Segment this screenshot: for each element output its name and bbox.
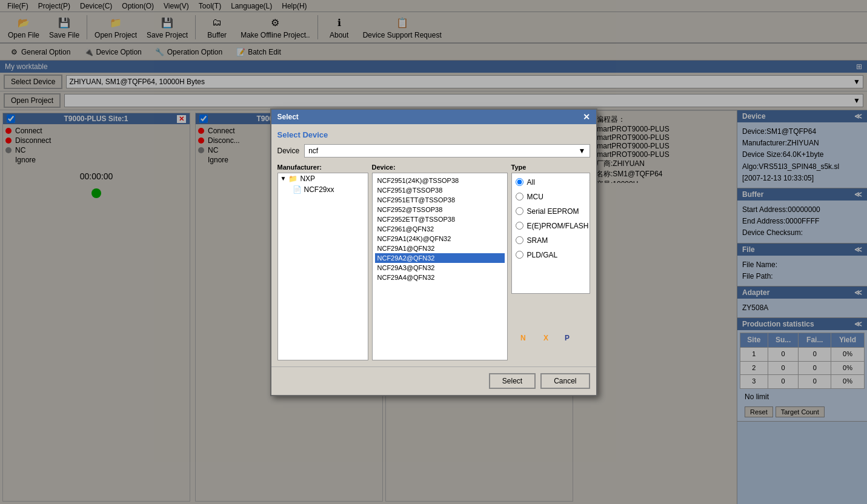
manufacturer-label: Manufacturer: xyxy=(277,164,368,171)
modal-device-dropdown-arrow[interactable]: ▼ xyxy=(579,147,586,155)
device-list[interactable]: NCF2951(24K)@TSSOP38 NCF2951@TSSOP38 NCF… xyxy=(372,173,508,360)
modal-overlay: Select ✕ Select Device Device ncf ▼ Manu… xyxy=(0,0,867,504)
device-NCF2961[interactable]: NCF2961@QFN32 xyxy=(375,224,505,234)
type-pld-gal-text: PLD/GAL xyxy=(527,251,558,259)
type-pld-gal-label[interactable]: PLD/GAL xyxy=(516,250,586,260)
ncf29xx-label: NCF29xx xyxy=(304,185,334,194)
type-eprom-flash-text: E(E)PROM/FLASH xyxy=(527,222,589,230)
type-all-radio[interactable] xyxy=(516,178,523,186)
device-NCF2951-24K[interactable]: NCF2951(24K)@TSSOP38 xyxy=(375,176,505,185)
device-NCF2952[interactable]: NCF2952@TSSOP38 xyxy=(375,205,505,214)
type-eprom-flash-radio[interactable] xyxy=(516,222,523,230)
modal-device-row: Device ncf ▼ xyxy=(277,144,590,158)
nxp-folder-icon: 📁 xyxy=(288,174,297,183)
modal-title: Select xyxy=(277,113,299,121)
modal-device-input[interactable]: ncf ▼ xyxy=(304,144,590,158)
manufacturer-tree[interactable]: ▼ 📁 NXP 📄 NCF29xx xyxy=(277,173,368,360)
nxp-n-letter: N xyxy=(520,334,526,342)
type-pld-gal-radio[interactable] xyxy=(516,251,523,259)
modal-body: Select Device Device ncf ▼ Manufacturer:… xyxy=(271,124,596,366)
type-all-label[interactable]: All xyxy=(516,177,586,188)
device-NCF2951ETT[interactable]: NCF2951ETT@TSSOP38 xyxy=(375,195,505,205)
modal-cancel-button[interactable]: Cancel xyxy=(540,373,590,389)
modal-select-button[interactable]: Select xyxy=(489,373,536,389)
device-NCF29A2[interactable]: NCF29A2@QFN32 xyxy=(375,253,505,263)
modal-panels: Manufacturer: ▼ 📁 NXP 📄 NCF29xx xyxy=(277,164,590,360)
nxp-logo-area: N X P xyxy=(511,300,590,360)
device-NCF2952ETT[interactable]: NCF2952ETT@TSSOP38 xyxy=(375,214,505,224)
type-mcu-label[interactable]: MCU xyxy=(516,191,586,202)
type-eprom-flash-label[interactable]: E(E)PROM/FLASH xyxy=(516,220,586,231)
type-panel: Type All MCU Serial EEPROM xyxy=(511,164,590,360)
device-NCF29A3[interactable]: NCF29A3@QFN32 xyxy=(375,263,505,273)
type-serial-eeprom-label[interactable]: Serial EEPROM xyxy=(516,206,586,217)
ncf29xx-icon: 📄 xyxy=(293,185,302,194)
type-sram-text: SRAM xyxy=(527,236,548,245)
nxp-p-letter: P xyxy=(565,334,570,342)
type-serial-eeprom-radio[interactable] xyxy=(516,207,523,215)
tree-expand-nxp[interactable]: ▼ xyxy=(281,175,287,182)
nxp-logo-svg: N X P xyxy=(517,313,584,346)
nxp-label: NXP xyxy=(300,174,315,183)
device-NCF29A1-24K[interactable]: NCF29A1(24K)@QFN32 xyxy=(375,234,505,244)
device-NCF29A1[interactable]: NCF29A1@QFN32 xyxy=(375,244,505,253)
type-sram-label[interactable]: SRAM xyxy=(516,235,586,246)
type-serial-eeprom-text: Serial EEPROM xyxy=(527,207,579,216)
type-label: Type xyxy=(511,164,590,171)
type-options-box: All MCU Serial EEPROM E(E)PROM/FLAS xyxy=(511,173,590,294)
type-all-text: All xyxy=(527,178,535,187)
device-NCF29A4[interactable]: NCF29A4@QFN32 xyxy=(375,273,505,282)
type-mcu-text: MCU xyxy=(527,193,543,201)
device-list-panel: Device: NCF2951(24K)@TSSOP38 NCF2951@TSS… xyxy=(372,164,508,360)
type-sram-radio[interactable] xyxy=(516,236,523,244)
device-NCF2951[interactable]: NCF2951@TSSOP38 xyxy=(375,185,505,195)
modal-select-device-heading: Select Device xyxy=(277,130,590,139)
modal-footer: Select Cancel xyxy=(271,366,596,395)
modal-title-bar: Select ✕ xyxy=(271,110,596,124)
type-mcu-radio[interactable] xyxy=(516,193,523,201)
tree-item-ncf29xx[interactable]: 📄 NCF29xx xyxy=(278,184,368,195)
tree-item-nxp[interactable]: ▼ 📁 NXP xyxy=(278,173,368,184)
modal-close-button[interactable]: ✕ xyxy=(583,112,590,122)
manufacturer-panel: Manufacturer: ▼ 📁 NXP 📄 NCF29xx xyxy=(277,164,368,360)
select-device-modal: Select ✕ Select Device Device ncf ▼ Manu… xyxy=(270,108,597,396)
device-col-label: Device: xyxy=(372,164,508,171)
nxp-x-letter: X xyxy=(543,334,548,342)
modal-device-value: ncf xyxy=(308,147,318,155)
modal-device-label: Device xyxy=(277,147,300,155)
